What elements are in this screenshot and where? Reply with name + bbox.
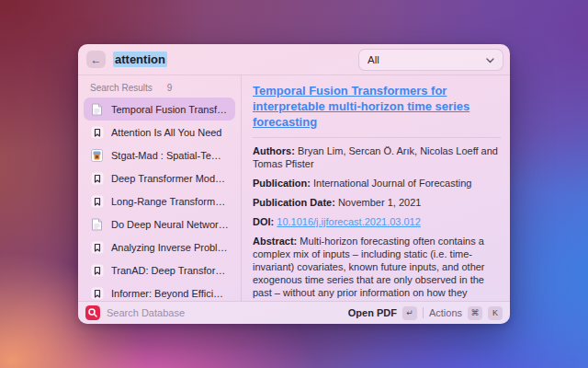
abstract-row: Abstract: Multi-horizon forecasting ofte… — [253, 235, 501, 301]
command-search-input[interactable]: Search Database — [107, 307, 185, 318]
detail-pane: Temporal Fusion Transformers for interpr… — [242, 75, 510, 301]
list-item-label: Do Deep Neural Networks Contr... — [111, 219, 229, 230]
list-item[interactable]: Long-Range Transformers for D... — [84, 190, 235, 213]
search-input[interactable]: attention — [113, 52, 167, 67]
publication-date-row: Publication Date: November 1, 2021 — [253, 196, 501, 209]
list-item-label: Stgat-Mad : Spatial-Temporal Gr... — [111, 150, 229, 161]
action-bar: Search Database Open PDF ↵ Actions ⌘ K — [78, 301, 510, 324]
list-item-label: Informer: Beyond Efficient Trans — [111, 288, 229, 299]
list-item[interactable]: TranAD: Deep Transformer Net... — [84, 259, 235, 282]
section-title: Search Results — [90, 83, 153, 93]
authors-row: Authors: Bryan Lim, Sercan Ö. Arık, Nico… — [253, 144, 501, 170]
document-icon — [90, 102, 104, 116]
list-item-label: Long-Range Transformers for D... — [111, 196, 229, 207]
list-item[interactable]: Attention Is All You Need — [84, 121, 235, 144]
sidebar-section-header: Search Results 9 — [84, 80, 235, 98]
list-item-label: Temporal Fusion Transformers f... — [111, 104, 229, 115]
desktop: { "window": { "header": { "back_glyph": … — [0, 0, 588, 368]
bookmark-icon — [90, 125, 104, 139]
doi-row: DOI: 10.1016/j.ijforecast.2021.03.012 — [253, 215, 501, 228]
return-key-icon: ↵ — [402, 306, 417, 320]
title-separator — [253, 137, 501, 138]
back-arrow-icon: ← — [91, 53, 102, 66]
list-item[interactable]: Deep Transformer Models for Ti... — [84, 167, 235, 190]
bookmark-icon — [90, 286, 104, 300]
search-database-window: ← attention All Search Results 9 Tempora… — [78, 44, 510, 324]
chevron-down-icon — [486, 54, 494, 65]
filter-dropdown[interactable]: All — [358, 49, 503, 71]
doi-link[interactable]: 10.1016/j.ijforecast.2021.03.012 — [277, 216, 421, 227]
filter-dropdown-value: All — [368, 54, 379, 65]
paper-title-link[interactable]: Temporal Fusion Transformers for interpr… — [253, 84, 501, 131]
actions-button[interactable]: Actions — [429, 307, 462, 318]
list-item[interactable]: Do Deep Neural Networks Contr... — [84, 213, 235, 236]
publication-label: Publication: — [253, 178, 311, 189]
search-results-sidebar: Search Results 9 Temporal Fusion Transfo… — [78, 75, 242, 301]
bookmark-icon — [90, 263, 104, 277]
bookmark-icon — [90, 194, 104, 208]
window-body: Search Results 9 Temporal Fusion Transfo… — [78, 75, 510, 301]
publication-date-value: November 1, 2021 — [338, 197, 422, 208]
thumbnail-icon — [90, 148, 104, 162]
publication-date-label: Publication Date: — [253, 197, 335, 208]
abstract-label: Abstract: — [253, 236, 297, 247]
list-item[interactable]: Analyzing Inverse Problems with... — [84, 236, 235, 259]
list-item[interactable]: Temporal Fusion Transformers f... — [84, 98, 235, 121]
bookmark-icon — [90, 240, 104, 254]
doi-label: DOI: — [253, 216, 274, 227]
result-count: 9 — [167, 83, 173, 93]
list-item-label: Analyzing Inverse Problems with... — [111, 242, 229, 253]
list-item-label: Deep Transformer Models for Ti... — [111, 173, 229, 184]
publication-row: Publication: International Journal of Fo… — [253, 177, 501, 190]
document-icon — [90, 217, 104, 231]
search-database-icon — [85, 305, 100, 320]
publication-value: International Journal of Forecasting — [313, 178, 471, 189]
back-button[interactable]: ← — [86, 51, 106, 68]
bookmark-icon — [90, 171, 104, 185]
list-item-label: Attention Is All You Need — [111, 127, 221, 138]
open-pdf-button[interactable]: Open PDF — [348, 307, 397, 318]
window-header: ← attention All — [78, 44, 510, 75]
authors-label: Authors: — [253, 145, 295, 156]
list-item[interactable]: Informer: Beyond Efficient Trans — [84, 282, 235, 301]
footer-actions: Open PDF ↵ Actions ⌘ K — [348, 306, 503, 320]
list-item[interactable]: Stgat-Mad : Spatial-Temporal Gr... — [84, 144, 235, 167]
command-key-icon: ⌘ — [468, 306, 482, 320]
list-item-label: TranAD: Deep Transformer Net... — [111, 265, 229, 276]
k-key-icon: K — [488, 306, 503, 320]
footer-divider — [423, 307, 424, 318]
